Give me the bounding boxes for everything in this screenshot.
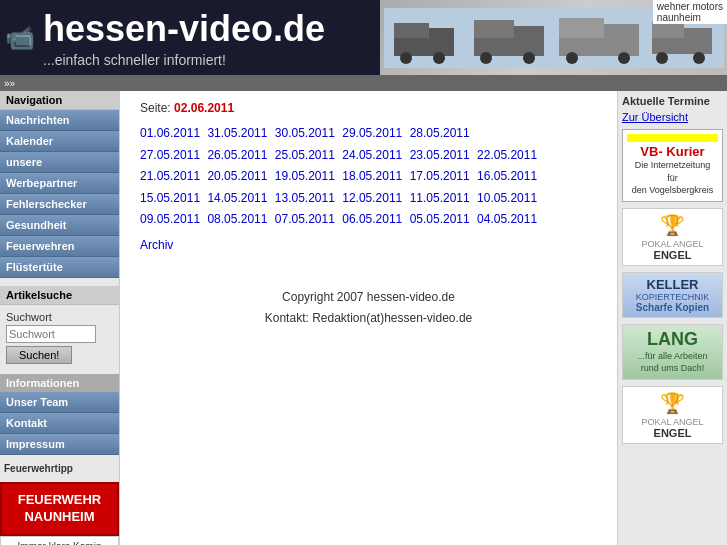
date-link[interactable]: 01.06.2011 — [140, 126, 200, 140]
date-link[interactable]: 07.05.2011 — [275, 212, 335, 226]
vb-sub3: den Vogelsbergkreis — [627, 184, 718, 197]
svg-point-15 — [656, 52, 668, 64]
engel-icon2: 🏆 — [627, 391, 718, 415]
date-link[interactable]: 10.05.2011 — [477, 191, 537, 205]
date-link[interactable]: 15.05.2011 — [140, 191, 200, 205]
rs-overview-link[interactable]: Zur Übersicht — [622, 111, 723, 123]
date-link[interactable]: 24.05.2011 — [342, 148, 402, 162]
engel-icon1: 🏆 — [627, 213, 718, 237]
left-sidebar: Navigation Nachrichten Kalender unsere W… — [0, 91, 120, 545]
feuerwehr-main: FEUERWEHR — [6, 492, 113, 509]
sidebar-item-unser-team[interactable]: Unser Team — [0, 392, 119, 413]
current-date: 02.06.2011 — [174, 101, 234, 115]
search-input[interactable] — [6, 325, 96, 343]
vb-sub1: Die Internetzeitung — [627, 159, 718, 172]
keller-sub2: Scharfe Kopien — [627, 302, 718, 313]
rs-title: Aktuelle Termine — [622, 95, 723, 107]
date-link[interactable]: 26.05.2011 — [207, 148, 267, 162]
date-link[interactable]: 17.05.2011 — [410, 169, 470, 183]
date-link[interactable]: 09.05.2011 — [140, 212, 200, 226]
info-label: Informationen — [0, 374, 119, 392]
rs-ad-lang[interactable]: LANG ...für alle Arbeiten rund ums Dach! — [622, 324, 723, 380]
page-header: Seite: 02.06.2011 — [140, 101, 597, 115]
date-link[interactable]: 12.05.2011 — [342, 191, 402, 205]
svg-point-7 — [480, 52, 492, 64]
lang-sub2: rund ums Dach! — [627, 362, 718, 375]
rs-ad-engel2[interactable]: 🏆 POKAL ANGEL ENGEL — [622, 386, 723, 444]
date-link[interactable]: 27.05.2011 — [140, 148, 200, 162]
engel-brand1: POKAL ANGEL — [627, 239, 718, 249]
right-sidebar: Aktuelle Termine Zur Übersicht VB- Kurie… — [617, 91, 727, 545]
date-link[interactable]: 29.05.2011 — [342, 126, 402, 140]
feuerwehr-tip-text: Immer klare Kamin — [0, 536, 119, 545]
date-link[interactable]: 20.05.2011 — [207, 169, 267, 183]
keller-name: KELLER — [627, 277, 718, 292]
date-link[interactable]: 06.05.2011 — [342, 212, 402, 226]
site-subtitle: ...einfach schneller informiert! — [43, 52, 325, 68]
main-layout: Navigation Nachrichten Kalender unsere W… — [0, 91, 727, 545]
feuerwehr-tip-label: Feuerwehrtipp — [0, 461, 119, 476]
rs-ad-keller[interactable]: KELLER KOPIERTECHNIK Scharfe Kopien — [622, 272, 723, 318]
engel-name2: ENGEL — [627, 427, 718, 439]
lang-sub1: ...für alle Arbeiten — [627, 350, 718, 363]
copyright-section: Copyright 2007 hessen-video.de Kontakt: … — [140, 287, 597, 330]
vb-sub2: für — [627, 172, 718, 185]
date-link[interactable]: 22.05.2011 — [477, 148, 537, 162]
search-section-label: Artikelsuche — [0, 286, 119, 305]
date-link[interactable]: 21.05.2011 — [140, 169, 200, 183]
svg-point-12 — [618, 52, 630, 64]
svg-rect-10 — [559, 18, 604, 38]
keller-sub1: KOPIERTECHNIK — [627, 292, 718, 302]
date-link[interactable]: 31.05.2011 — [207, 126, 267, 140]
top-nav-bar: »» — [0, 75, 727, 91]
header-advertiser: wehner motors naunheim — [653, 0, 727, 24]
nav-label: Navigation — [0, 91, 119, 110]
camera-icon: 📹 — [5, 24, 35, 52]
copyright-text: Copyright 2007 hessen-video.de — [140, 287, 597, 309]
sidebar-item-kalender[interactable]: Kalender — [0, 131, 119, 152]
sidebar-item-feuerwehren[interactable]: Feuerwehren — [0, 236, 119, 257]
date-link[interactable]: 28.05.2011 — [410, 126, 470, 140]
date-link[interactable]: 18.05.2011 — [342, 169, 402, 183]
vb-yellow-bar — [627, 134, 718, 142]
date-link[interactable]: 19.05.2011 — [275, 169, 335, 183]
page-label: Seite: — [140, 101, 171, 115]
date-link[interactable]: 25.05.2011 — [275, 148, 335, 162]
date-link[interactable]: 16.05.2011 — [477, 169, 537, 183]
date-link[interactable]: 14.05.2011 — [207, 191, 267, 205]
rs-ad-vb[interactable]: VB- Kurier Die Internetzeitung für den V… — [622, 129, 723, 202]
date-link[interactable]: 08.05.2011 — [207, 212, 267, 226]
search-section: Suchwort Suchen! — [0, 305, 119, 370]
engel-name1: ENGEL — [627, 249, 718, 261]
sidebar-item-fluestertüte[interactable]: Flüstertüte — [0, 257, 119, 278]
header-right: wehner motors naunheim — [380, 0, 727, 75]
lang-name: LANG — [627, 329, 718, 350]
contact-text: Kontakt: Redaktion(at)hessen-video.de — [140, 308, 597, 330]
search-button[interactable]: Suchen! — [6, 346, 72, 364]
svg-point-4 — [433, 52, 445, 64]
sidebar-item-nachrichten[interactable]: Nachrichten — [0, 110, 119, 131]
header: 📹 hessen-video.de ...einfach schneller i… — [0, 0, 727, 75]
sidebar-item-gesundheit[interactable]: Gesundheit — [0, 215, 119, 236]
sidebar-item-unsere[interactable]: unsere — [0, 152, 119, 173]
date-link[interactable]: 13.05.2011 — [275, 191, 335, 205]
main-content: Seite: 02.06.2011 01.06.2011 31.05.2011 … — [120, 91, 617, 545]
vb-title: VB- Kurier — [627, 144, 718, 159]
sidebar-item-kontakt[interactable]: Kontakt — [0, 413, 119, 434]
feuerwehr-ad[interactable]: FEUERWEHR NAUNHEIM — [0, 482, 119, 536]
sidebar-item-werbepartner[interactable]: Werbepartner — [0, 173, 119, 194]
date-link[interactable]: 30.05.2011 — [275, 126, 335, 140]
date-link[interactable]: 04.05.2011 — [477, 212, 537, 226]
date-link[interactable]: 23.05.2011 — [410, 148, 470, 162]
date-link[interactable]: 11.05.2011 — [410, 191, 470, 205]
svg-point-16 — [693, 52, 705, 64]
date-link[interactable]: 05.05.2011 — [410, 212, 470, 226]
sidebar-item-impressum[interactable]: Impressum — [0, 434, 119, 455]
sidebar-item-fehlerschecker[interactable]: Fehlerschecker — [0, 194, 119, 215]
feuerwehr-sub: NAUNHEIM — [6, 509, 113, 526]
rs-ad-engel1[interactable]: 🏆 POKAL ANGEL ENGEL — [622, 208, 723, 266]
archiv-link[interactable]: Archiv — [140, 235, 593, 257]
site-title: hessen-video.de — [43, 8, 325, 50]
engel-brand2: POKAL ANGEL — [627, 417, 718, 427]
svg-rect-6 — [474, 20, 514, 38]
